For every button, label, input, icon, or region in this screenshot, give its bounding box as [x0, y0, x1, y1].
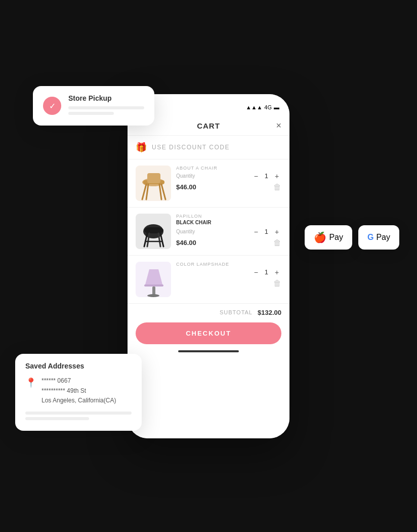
- item-name-2: BLACK CHAIR: [176, 220, 281, 225]
- chair-svg-1: [137, 168, 170, 201]
- quantity-row-3: − 1 +: [176, 268, 281, 277]
- quantity-controls-1: − 1 +: [252, 172, 281, 181]
- item-image-3: [136, 262, 171, 297]
- battery-icon: ▬: [274, 104, 279, 110]
- qty-minus-3[interactable]: −: [252, 268, 261, 277]
- price-delete-row-2: $46.00 🗑: [176, 238, 281, 248]
- store-pickup-bar-1: [68, 106, 144, 109]
- delete-btn-1[interactable]: 🗑: [273, 183, 281, 192]
- svg-line-3: [142, 184, 146, 199]
- qty-num-3: 1: [265, 268, 268, 276]
- checkout-button[interactable]: CHECKOUT: [136, 322, 281, 344]
- svg-line-6: [159, 184, 161, 199]
- phone-frame: 15:56 ▲▲▲ 4G ▬ CART × 🎁 USE DISCOUNT COD…: [128, 94, 289, 438]
- chair-svg-2: [137, 216, 170, 249]
- subtotal-label: SUBTOTAL: [220, 309, 253, 315]
- item-price-1: $46.00: [176, 183, 196, 191]
- map-pin-icon: 📍: [25, 377, 36, 388]
- saved-addresses-card: Saved Addresses 📍 ****** 0667 **********…: [15, 354, 142, 431]
- quantity-label-2: Quantity: [176, 229, 195, 234]
- payment-cards-group: 🍎 Pay G Pay: [305, 225, 399, 250]
- address-text: ****** 0667 ********** 49th St Los Angel…: [41, 376, 116, 405]
- svg-marker-14: [145, 269, 162, 284]
- saved-addresses-title: Saved Addresses: [25, 362, 132, 370]
- cart-title: CART: [197, 121, 220, 130]
- cart-item-2: PAPILLON BLACK CHAIR Quantity − 1 + $46.…: [128, 208, 289, 256]
- qty-plus-2[interactable]: +: [272, 227, 281, 236]
- address-bar-1: [25, 412, 132, 415]
- item-image-2: [136, 214, 171, 249]
- store-pickup-info: Store Pickup: [68, 94, 144, 117]
- google-g-icon: G: [367, 233, 373, 242]
- svg-rect-8: [144, 227, 163, 233]
- home-indicator: [178, 350, 239, 352]
- store-pickup-title: Store Pickup: [68, 94, 144, 102]
- price-delete-row-3: 🗑: [176, 279, 281, 288]
- qty-plus-1[interactable]: +: [272, 172, 281, 181]
- cart-item: ABOUT A CHAIR Quantity − 1 + $46.00 🗑: [128, 159, 289, 208]
- item-brand-1: ABOUT A CHAIR: [176, 166, 281, 171]
- store-pickup-bar-2: [68, 112, 114, 115]
- svg-rect-15: [144, 284, 163, 287]
- apple-pay-label: Pay: [329, 233, 343, 242]
- item-details-3: COLOR LAMPSHADE − 1 + 🗑: [176, 262, 281, 288]
- store-pickup-check-icon: ✓: [43, 97, 61, 115]
- phone-content: CART × 🎁 USE DISCOUNT CODE: [128, 116, 289, 438]
- item-price-2: $46.00: [176, 239, 196, 247]
- item-brand-2: PAPILLON: [176, 214, 281, 219]
- qty-num-1: 1: [265, 172, 268, 180]
- qty-minus-2[interactable]: −: [252, 227, 261, 236]
- lamp-svg: [137, 264, 170, 297]
- price-delete-row-1: $46.00 🗑: [176, 183, 281, 192]
- address-bar-2: [25, 417, 89, 420]
- qty-num-2: 1: [265, 228, 268, 235]
- store-pickup-card: ✓ Store Pickup: [33, 86, 154, 126]
- svg-point-17: [147, 294, 159, 297]
- google-pay-card[interactable]: G Pay: [358, 225, 399, 250]
- google-pay-label: Pay: [376, 233, 390, 242]
- quantity-controls-2: − 1 +: [252, 227, 281, 236]
- quantity-row-2: Quantity − 1 +: [176, 227, 281, 236]
- delete-btn-2[interactable]: 🗑: [273, 238, 281, 248]
- address-row: 📍 ****** 0667 ********** 49th St Los Ang…: [25, 376, 132, 405]
- svg-rect-2: [147, 173, 160, 183]
- item-details-1: ABOUT A CHAIR Quantity − 1 + $46.00 🗑: [176, 166, 281, 192]
- cart-item-3: COLOR LAMPSHADE − 1 + 🗑: [128, 256, 289, 304]
- network-label: 4G: [264, 104, 272, 110]
- subtotal-amount: $132.00: [258, 309, 281, 316]
- quantity-controls-3: − 1 +: [252, 268, 281, 277]
- item-details-2: PAPILLON BLACK CHAIR Quantity − 1 + $46.…: [176, 214, 281, 248]
- item-brand-3: COLOR LAMPSHADE: [176, 262, 281, 267]
- delete-btn-3[interactable]: 🗑: [273, 279, 281, 288]
- svg-line-5: [146, 184, 148, 199]
- subtotal-row: SUBTOTAL $132.00: [128, 304, 289, 319]
- apple-icon: 🍎: [314, 231, 326, 243]
- signal-icon: ▲▲▲: [246, 104, 263, 110]
- close-button[interactable]: ×: [276, 120, 281, 131]
- quantity-label-1: Quantity: [176, 173, 195, 179]
- qty-plus-3[interactable]: +: [272, 268, 281, 277]
- svg-line-4: [161, 184, 165, 199]
- gift-icon: 🎁: [136, 142, 147, 153]
- discount-text: USE DISCOUNT CODE: [152, 144, 230, 151]
- item-image-1: [136, 166, 171, 201]
- cart-items-list: ABOUT A CHAIR Quantity − 1 + $46.00 🗑: [128, 159, 289, 400]
- apple-pay-card[interactable]: 🍎 Pay: [305, 225, 352, 250]
- qty-minus-1[interactable]: −: [252, 172, 261, 181]
- status-icons: ▲▲▲ 4G ▬: [246, 104, 279, 110]
- discount-row[interactable]: 🎁 USE DISCOUNT CODE: [128, 136, 289, 159]
- quantity-row-1: Quantity − 1 +: [176, 172, 281, 181]
